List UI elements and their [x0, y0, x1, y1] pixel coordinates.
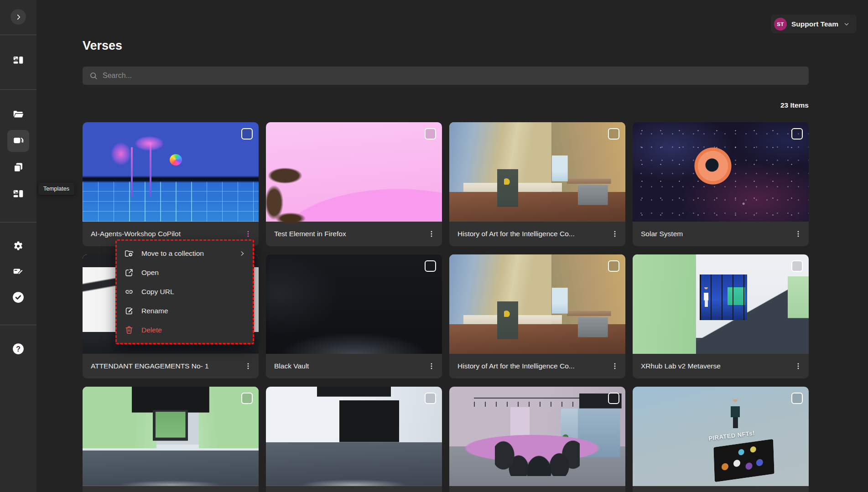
verse-card[interactable]: PIRATED NFTs!: [633, 387, 809, 492]
menu-item-label: Rename: [141, 307, 168, 315]
divider: [0, 325, 36, 325]
verse-thumbnail[interactable]: PIRATED NFTs!: [633, 387, 809, 486]
search-input[interactable]: [103, 72, 802, 80]
kebab-menu-button[interactable]: [424, 358, 439, 374]
card-title-bar: History of Art for the Intelligence Co..…: [449, 354, 625, 378]
verse-title: Solar System: [641, 230, 790, 238]
select-checkbox[interactable]: [608, 128, 619, 140]
menu-item-rename[interactable]: Rename: [117, 301, 253, 321]
card-title-bar: Black Vault: [266, 354, 442, 378]
verse-card[interactable]: History of Art for the Intelligence Co..…: [449, 122, 625, 246]
dashboard-icon: [12, 54, 24, 66]
sidebar-item-templates[interactable]: [7, 183, 29, 205]
sidebar-item-settings[interactable]: [7, 235, 29, 257]
verse-card[interactable]: AI-Agents-Workshop CoPilot: [83, 122, 259, 246]
verse-card[interactable]: [83, 387, 259, 492]
sidebar-toggle-button[interactable]: [10, 9, 26, 25]
sidebar-nav-content: [0, 104, 36, 209]
sidebar-nav-help: ?: [0, 338, 36, 364]
verse-card[interactable]: History of Art for the Intelligence Co..…: [449, 254, 625, 378]
verse-thumbnail[interactable]: [83, 387, 259, 486]
context-menu: Move to a collectionOpenCopy URLRenameDe…: [115, 239, 254, 344]
card-title-bar: [449, 486, 625, 492]
verse-title: History of Art for the Intelligence Co..…: [457, 230, 607, 238]
verse-thumbnail[interactable]: [633, 254, 809, 354]
search-icon: [89, 71, 98, 80]
verse-card[interactable]: Test Element in Firefox: [266, 122, 442, 246]
sidebar-nav-tools: [0, 235, 36, 312]
kebab-menu-button[interactable]: [790, 358, 806, 374]
templates-tooltip: Templates: [38, 183, 74, 195]
thumbnail-overlay-text: PIRATED NFTs!: [708, 430, 755, 442]
chevron-down-icon: [843, 21, 850, 28]
menu-item-label: Copy URL: [141, 288, 174, 296]
gear-icon: [12, 240, 24, 252]
verse-thumbnail[interactable]: [449, 387, 625, 486]
verse-thumbnail[interactable]: [449, 254, 625, 354]
kebab-menu-button[interactable]: [607, 226, 623, 242]
select-checkbox[interactable]: [425, 128, 436, 140]
menu-item-label: Delete: [141, 326, 162, 334]
select-checkbox[interactable]: [425, 260, 436, 272]
select-checkbox[interactable]: [791, 128, 803, 140]
menu-item-delete[interactable]: Delete: [117, 321, 253, 340]
verse-thumbnail[interactable]: [83, 122, 259, 222]
verse-card[interactable]: Black Vault: [266, 254, 442, 378]
verse-title: AI-Agents-Workshop CoPilot: [91, 230, 240, 238]
select-checkbox[interactable]: [791, 393, 803, 404]
card-title-bar: History of Art for the Intelligence Co..…: [449, 222, 625, 246]
sidebar-item-feedback[interactable]: [7, 261, 29, 283]
kebab-menu-button[interactable]: [607, 358, 623, 374]
select-checkbox[interactable]: [425, 393, 436, 404]
verse-card[interactable]: Solar System: [633, 122, 809, 246]
page-title: Verses: [83, 38, 809, 53]
divider: [0, 89, 36, 90]
select-checkbox[interactable]: [608, 260, 619, 272]
verse-card[interactable]: XRhub Lab v2 Metaverse: [633, 254, 809, 378]
question-circle-icon: ?: [11, 342, 25, 356]
select-checkbox[interactable]: [241, 393, 253, 404]
verse-thumbnail[interactable]: [266, 387, 442, 486]
folder-move-icon: [124, 249, 134, 259]
items-count: 23 Items: [83, 101, 809, 110]
copy-icon: [12, 161, 24, 173]
sidebar-item-verses[interactable]: [7, 130, 29, 152]
link-icon: [124, 287, 134, 297]
trash-icon: [124, 325, 134, 335]
select-checkbox[interactable]: [608, 393, 619, 404]
verse-card[interactable]: [266, 387, 442, 492]
menu-item-copy-url[interactable]: Copy URL: [117, 282, 253, 301]
sidebar-item-approvals[interactable]: [7, 286, 29, 308]
sidebar-item-elements[interactable]: [7, 156, 29, 178]
sidebar-item-help[interactable]: ?: [7, 338, 29, 360]
menu-item-label: Move to a collection: [141, 249, 204, 258]
open-external-icon: [124, 268, 134, 278]
card-title-bar: [633, 486, 809, 492]
search-bar[interactable]: [83, 67, 809, 85]
layers-icon: [12, 135, 24, 147]
kebab-menu-button[interactable]: [424, 226, 439, 242]
select-checkbox[interactable]: [241, 128, 253, 140]
divider: [0, 35, 36, 35]
verse-thumbnail[interactable]: [633, 122, 809, 222]
menu-item-move-to-a-collection[interactable]: Move to a collection: [117, 244, 253, 263]
verse-title: History of Art for the Intelligence Co..…: [457, 362, 607, 370]
sidebar-item-dashboard[interactable]: [7, 49, 29, 71]
rename-icon: [124, 306, 134, 316]
select-checkbox[interactable]: [791, 260, 803, 272]
card-title-bar: [266, 486, 442, 492]
verse-card[interactable]: [449, 387, 625, 492]
card-title-bar: XRhub Lab v2 Metaverse: [633, 354, 809, 378]
user-name: Support Team: [791, 20, 838, 28]
kebab-menu-button[interactable]: [240, 358, 256, 374]
sidebar-item-projects[interactable]: [7, 104, 29, 125]
verse-thumbnail[interactable]: [449, 122, 625, 222]
kebab-menu-button[interactable]: [790, 226, 806, 242]
menu-item-open[interactable]: Open: [117, 263, 253, 282]
verse-thumbnail[interactable]: [266, 122, 442, 222]
verse-thumbnail[interactable]: [266, 254, 442, 354]
divider: [0, 222, 36, 223]
svg-text:?: ?: [16, 345, 21, 353]
sidebar-nav-primary: [0, 49, 36, 76]
user-menu-button[interactable]: ST Support Team: [771, 15, 857, 33]
